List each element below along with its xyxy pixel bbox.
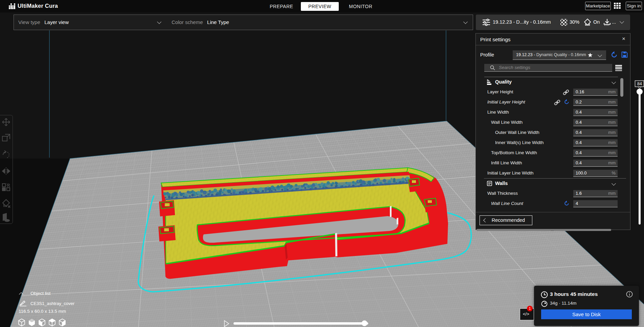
svg-text:84: 84 <box>637 81 642 86</box>
